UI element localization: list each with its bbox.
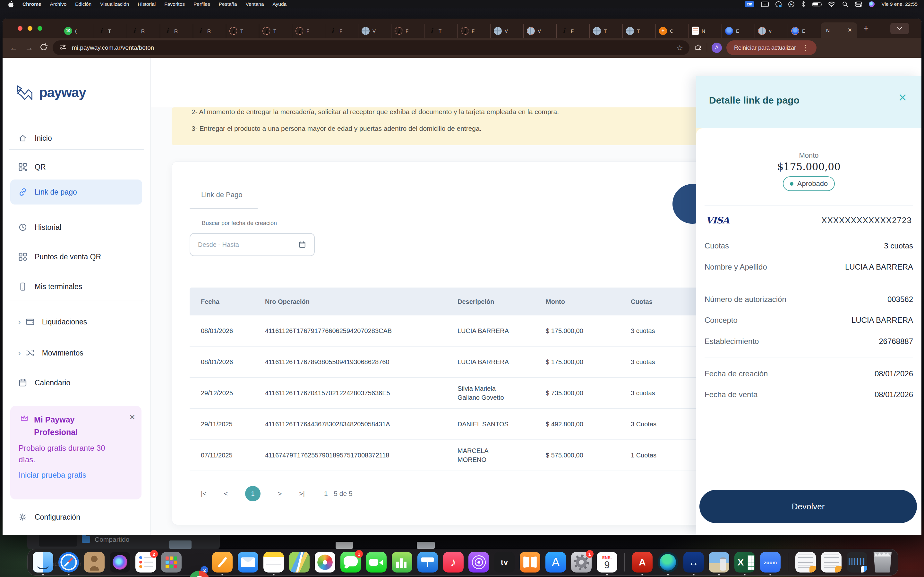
control-center-icon[interactable] xyxy=(855,1,862,8)
dock-appstore[interactable]: A xyxy=(545,552,566,572)
menu-bar-clock[interactable]: Vie 9 ene. 22:55 xyxy=(881,1,918,7)
dock-webex[interactable] xyxy=(658,552,678,572)
media-playback-icon[interactable]: ▶ xyxy=(788,1,795,7)
column-header-cuotas[interactable]: Cuotas xyxy=(631,298,653,305)
browser-tab[interactable]: F xyxy=(391,24,425,38)
dock-tv[interactable]: tv xyxy=(494,552,515,572)
zoom-status-icon[interactable]: zm xyxy=(745,1,754,7)
tab-link-de-pago[interactable]: Link de Pago xyxy=(190,161,258,209)
dock-photos[interactable] xyxy=(315,552,335,572)
browser-tab-active[interactable]: N xyxy=(821,23,857,38)
sidebar-item-calendario[interactable]: Calendario xyxy=(10,374,142,392)
browser-tab[interactable]: R xyxy=(193,24,226,38)
browser-tab[interactable]: V xyxy=(491,24,523,38)
chevron-right-icon[interactable] xyxy=(18,317,21,327)
menu-item[interactable]: Historial xyxy=(137,1,156,7)
chevron-right-icon[interactable] xyxy=(18,348,21,358)
sidebar-item-inicio[interactable]: Inicio xyxy=(10,129,142,147)
dock-chrome[interactable]: 2 xyxy=(186,552,207,572)
dock-numbers[interactable] xyxy=(392,552,412,572)
dock-music[interactable]: ♪ xyxy=(443,552,464,572)
sidebar-item-configuracion[interactable]: Configuración xyxy=(18,512,80,522)
browser-tab[interactable]: v xyxy=(755,24,788,38)
sidebar-item-liquidaciones[interactable]: Liquidaciones xyxy=(10,313,142,331)
browser-tab[interactable]: F xyxy=(292,24,325,38)
dock-minimized-window[interactable] xyxy=(846,552,867,572)
menu-item[interactable]: Visualización xyxy=(100,1,129,7)
dock-zoom[interactable]: zoom xyxy=(760,552,780,572)
dock-safari[interactable] xyxy=(58,552,79,572)
browser-tab[interactable]: C xyxy=(656,24,689,38)
dock-excel[interactable]: X xyxy=(734,552,755,572)
tab-search-button[interactable] xyxy=(890,23,909,34)
spotlight-icon[interactable] xyxy=(842,1,848,8)
browser-tab[interactable]: T xyxy=(425,24,457,38)
camera-status-icon[interactable] xyxy=(775,1,782,7)
dock-acrobat[interactable]: A xyxy=(632,552,653,572)
dock-siri[interactable] xyxy=(110,552,130,572)
menu-item[interactable]: Edición xyxy=(75,1,91,7)
profile-avatar[interactable]: A xyxy=(712,43,722,53)
extensions-icon[interactable] xyxy=(694,43,702,53)
back-button[interactable] xyxy=(8,43,19,53)
dock-contacts[interactable] xyxy=(84,552,105,572)
menu-item[interactable]: Ayuda xyxy=(273,1,287,7)
dock-maps[interactable] xyxy=(289,552,310,572)
browser-tab[interactable]: E xyxy=(722,24,755,38)
sidebar-item-qr[interactable]: QR xyxy=(10,158,142,176)
dock-teamviewer[interactable]: ↔ xyxy=(683,552,704,572)
browser-tab[interactable]: V xyxy=(359,24,391,38)
browser-tab[interactable]: F xyxy=(325,24,359,38)
browser-tab[interactable]: N xyxy=(689,24,722,38)
sidebar-item-historial[interactable]: Historial xyxy=(10,218,142,237)
pagination-current-page[interactable]: 1 xyxy=(245,486,260,501)
browser-tab[interactable]: E xyxy=(788,24,821,38)
close-icon[interactable] xyxy=(898,90,907,105)
menu-item[interactable]: Perfiles xyxy=(194,1,210,7)
browser-tab[interactable]: F xyxy=(457,24,491,38)
restart-to-update-button[interactable]: Reiniciar para actualizar xyxy=(726,40,817,55)
siri-icon[interactable] xyxy=(869,1,875,7)
browser-tab[interactable]: R xyxy=(127,24,160,38)
dock-facetime[interactable] xyxy=(366,552,387,572)
browser-tab[interactable]: T xyxy=(590,24,623,38)
dock-trash[interactable] xyxy=(872,552,893,572)
promo-start-trial-link[interactable]: Iniciar prueba gratis xyxy=(19,471,86,480)
sidebar-item-puntos-de-venta-qr[interactable]: Puntos de venta QR xyxy=(10,247,142,266)
dock-reminders[interactable]: 2 xyxy=(136,552,156,572)
menu-item[interactable]: Pestaña xyxy=(219,1,237,7)
fullscreen-window-button[interactable] xyxy=(37,26,42,31)
pagination-prev-button[interactable]: < xyxy=(224,490,228,498)
site-settings-icon[interactable] xyxy=(59,43,67,52)
devolver-button[interactable]: Devolver xyxy=(699,490,917,523)
browser-tab[interactable]: T xyxy=(226,24,259,38)
date-range-input[interactable]: Desde - Hasta xyxy=(190,233,315,256)
browser-tab[interactable]: V xyxy=(523,24,557,38)
dock-calendar[interactable]: ENE. 9 xyxy=(597,552,617,572)
browser-tab[interactable]: 19 ( xyxy=(61,24,94,38)
sidebar-item-movimientos[interactable]: Movimientos xyxy=(10,343,142,362)
browser-tab[interactable]: T xyxy=(94,24,127,38)
forward-button[interactable] xyxy=(24,43,35,53)
dock-separator[interactable] xyxy=(622,552,627,572)
chrome-menu-icon[interactable] xyxy=(802,44,809,52)
payway-logo[interactable]: payway xyxy=(15,85,86,101)
menu-item[interactable]: Chrome xyxy=(23,1,41,7)
battery-icon[interactable] xyxy=(813,2,821,6)
menu-item[interactable]: Archivo xyxy=(50,1,67,7)
column-header-nro-operacion[interactable]: Nro Operación xyxy=(265,298,310,305)
column-header-descripcion[interactable]: Descripción xyxy=(457,297,517,306)
browser-tab[interactable]: F xyxy=(557,24,590,38)
bookmark-star-icon[interactable] xyxy=(676,44,683,52)
apple-logo-icon[interactable] xyxy=(8,1,14,7)
dock-photo-tool[interactable] xyxy=(709,552,729,572)
dock-books[interactable] xyxy=(520,552,540,572)
dock-mail[interactable] xyxy=(238,552,258,572)
url-text[interactable]: mi.payway.com.ar/venta/boton xyxy=(72,44,154,51)
bluetooth-icon[interactable] xyxy=(801,1,806,8)
close-tab-icon[interactable] xyxy=(848,27,852,34)
dock-pages[interactable] xyxy=(212,552,233,572)
browser-tab[interactable]: T xyxy=(259,24,292,38)
reload-button[interactable] xyxy=(39,43,48,53)
menu-item[interactable]: Ventana xyxy=(246,1,264,7)
